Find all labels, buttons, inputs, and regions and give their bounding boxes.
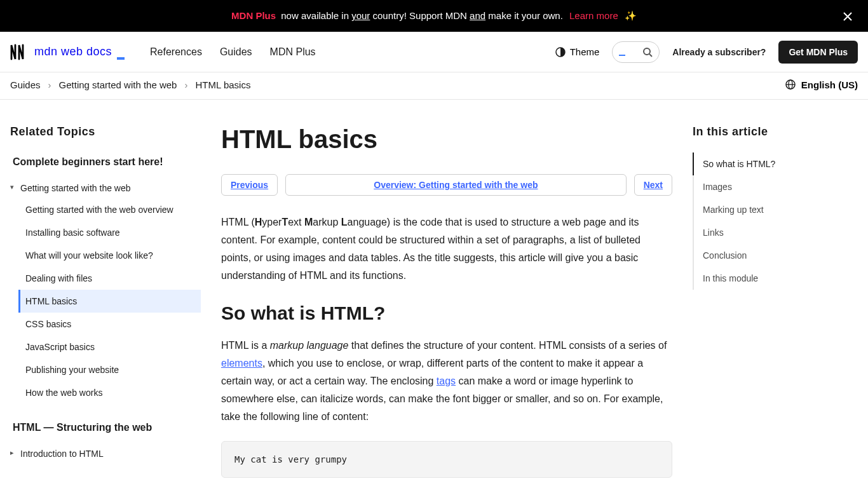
toc-item: Links xyxy=(694,221,858,244)
sidebar-item: What will your website look like? xyxy=(20,244,201,267)
svg-point-1 xyxy=(644,48,650,55)
sidebar-link[interactable]: HTML basics xyxy=(25,296,77,306)
toc-link[interactable]: Images xyxy=(703,182,732,192)
logo-text: mdn web docs xyxy=(34,45,112,58)
theme-toggle[interactable]: Theme xyxy=(555,46,600,58)
sidebar-item: Publishing your website xyxy=(20,358,201,381)
toc-link[interactable]: Marking up text xyxy=(703,205,764,215)
sidebar-group-summary[interactable]: Introduction to HTML xyxy=(10,444,201,464)
toc-item: Conclusion xyxy=(694,244,858,267)
sidebar-item: CSS basics xyxy=(20,313,201,336)
sidebar-link[interactable]: JavaScript basics xyxy=(25,342,95,352)
banner-and: and xyxy=(470,10,485,21)
heading-so-what-is-html: So what is HTML? xyxy=(221,302,672,324)
elements-link[interactable]: elements xyxy=(221,358,262,369)
language-label: English (US) xyxy=(801,79,858,90)
next-button[interactable]: Next xyxy=(634,174,672,196)
toc-item: Images xyxy=(694,175,858,198)
banner-brand: MDN Plus xyxy=(231,10,276,21)
article-main: HTML basics Previous Overview: Getting s… xyxy=(221,125,672,488)
site-logo[interactable]: mdn web docs xyxy=(10,44,125,60)
sparkle-icon: ✨ xyxy=(625,10,637,21)
toc-heading: In this article xyxy=(693,125,858,139)
sidebar-link[interactable]: How the web works xyxy=(25,388,102,398)
promo-banner: MDN Plus now available in your country! … xyxy=(0,0,868,32)
primary-nav: References Guides MDN Plus xyxy=(150,46,316,58)
sidebar-group-intro-html[interactable]: Introduction to HTML xyxy=(10,444,201,464)
banner-text: country! Support MDN xyxy=(373,10,470,21)
site-header: mdn web docs References Guides MDN Plus … xyxy=(0,32,868,72)
theme-icon xyxy=(555,46,566,58)
sidebar-link[interactable]: Installing basic software xyxy=(25,227,120,238)
sidebar-link[interactable]: Dealing with files xyxy=(25,273,92,283)
search-box[interactable] xyxy=(612,41,660,63)
sidebar-item: Getting started with the web overview xyxy=(20,198,201,221)
mdn-logo-icon xyxy=(10,44,29,60)
svg-line-2 xyxy=(649,54,652,57)
logo-cursor-icon xyxy=(117,57,125,60)
sidebar-section-beginners: Complete beginners start here! xyxy=(13,156,201,168)
article-paragraph: HTML is a markup language that defines t… xyxy=(221,337,672,426)
language-select[interactable]: English (US) xyxy=(785,79,858,90)
search-icon xyxy=(642,47,653,57)
html-letter-h: H xyxy=(255,217,262,227)
nav-references[interactable]: References xyxy=(150,46,202,58)
search-input[interactable] xyxy=(625,47,637,57)
breadcrumb-guides[interactable]: Guides xyxy=(10,79,41,90)
sidebar-heading: Related Topics xyxy=(10,125,201,139)
chevron-right-icon: › xyxy=(184,79,187,90)
sidebar-group-getting-started[interactable]: Getting started with the web Getting sta… xyxy=(10,178,201,404)
code-block: My cat is very grumpy xyxy=(221,441,672,478)
html-letter-l: L xyxy=(341,217,348,227)
sidebar-section-html: HTML — Structuring the web xyxy=(13,422,201,433)
sidebar-item: Installing basic software xyxy=(20,221,201,244)
sidebar-item-active: HTML basics xyxy=(18,290,201,313)
sidebar-group-summary[interactable]: Getting started with the web xyxy=(10,178,201,198)
header-right: Theme Already a subscriber? Get MDN Plus xyxy=(555,41,858,64)
breadcrumb-bar: Guides › Getting started with the web › … xyxy=(0,72,868,100)
breadcrumb: Guides › Getting started with the web › … xyxy=(10,79,250,90)
banner-close-button[interactable] xyxy=(843,9,853,23)
globe-icon xyxy=(785,79,796,90)
toc-list: So what is HTML? Images Marking up text … xyxy=(693,152,858,290)
prev-button[interactable]: Previous xyxy=(221,174,278,196)
toc-item-active: So what is HTML? xyxy=(693,152,858,175)
sidebar-link[interactable]: Publishing your website xyxy=(25,365,119,375)
breadcrumb-current: HTML basics xyxy=(195,79,250,90)
theme-label: Theme xyxy=(570,46,600,57)
banner-text: make it your own. xyxy=(488,10,566,21)
tags-link[interactable]: tags xyxy=(437,376,456,386)
toc-link[interactable]: In this module xyxy=(703,273,758,283)
page-grid: Related Topics Complete beginners start … xyxy=(0,100,868,488)
get-mdn-plus-button[interactable]: Get MDN Plus xyxy=(778,41,858,64)
sidebar-link[interactable]: CSS basics xyxy=(25,319,71,329)
html-letter-m: M xyxy=(304,217,313,227)
toc-link[interactable]: Links xyxy=(703,227,724,238)
chevron-right-icon: › xyxy=(48,79,51,90)
toc-item: Marking up text xyxy=(694,198,858,221)
sidebar-item: How the web works xyxy=(20,381,201,404)
subscriber-link[interactable]: Already a subscriber? xyxy=(672,47,766,57)
toc-link[interactable]: So what is HTML? xyxy=(703,159,775,169)
nav-mdn-plus[interactable]: MDN Plus xyxy=(270,46,316,58)
sidebar-link[interactable]: Getting started with the web overview xyxy=(25,205,173,215)
sidebar-list: Getting started with the web overview In… xyxy=(10,198,201,404)
toc-link[interactable]: Conclusion xyxy=(703,250,747,261)
page-title: HTML basics xyxy=(221,125,672,154)
sidebar-related-topics: Related Topics Complete beginners start … xyxy=(10,125,201,488)
overview-button[interactable]: Overview: Getting started with the web xyxy=(285,174,627,196)
banner-your: your xyxy=(351,10,370,21)
search-cursor-icon xyxy=(619,48,625,56)
sidebar-item: JavaScript basics xyxy=(20,336,201,358)
breadcrumb-getting-started[interactable]: Getting started with the web xyxy=(59,79,177,90)
nav-guides[interactable]: Guides xyxy=(220,46,252,58)
banner-text: now available in xyxy=(281,10,351,21)
prev-next-nav: Previous Overview: Getting started with … xyxy=(221,174,672,196)
banner-learn-more-link[interactable]: Learn more xyxy=(569,10,618,21)
article-intro: HTML (HyperText Markup Language) is the … xyxy=(221,214,672,285)
toc-item: In this module xyxy=(694,267,858,290)
sidebar-link[interactable]: What will your website look like? xyxy=(25,250,153,261)
markup-language-em: markup language xyxy=(270,340,349,351)
close-icon xyxy=(843,11,853,22)
toc-aside: In this article So what is HTML? Images … xyxy=(693,125,858,488)
